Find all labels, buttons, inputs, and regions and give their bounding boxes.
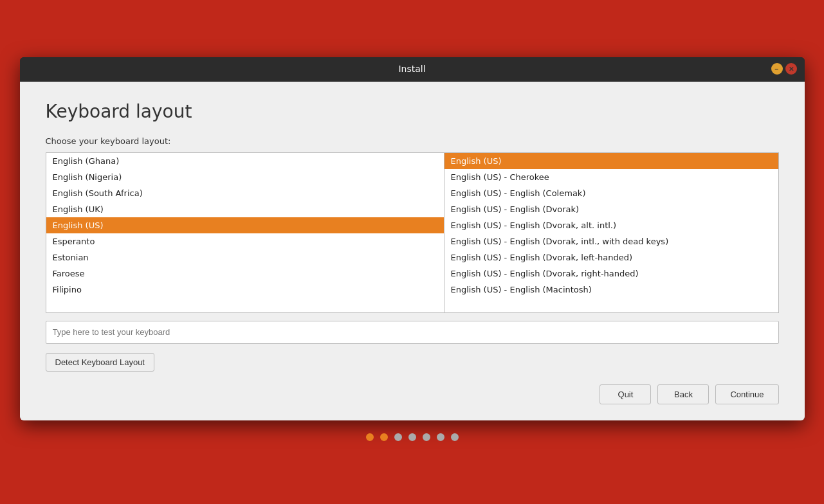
progress-dot-3 <box>408 433 416 441</box>
list-item[interactable]: English (South Africa) <box>46 185 444 201</box>
progress-dot-2 <box>394 433 402 441</box>
page-title: Keyboard layout <box>46 101 779 122</box>
install-window: Install − ✕ Keyboard layout Choose your … <box>20 57 805 420</box>
list-item[interactable]: Faroese <box>46 266 444 282</box>
progress-dot-4 <box>423 433 430 441</box>
list-item[interactable]: English (US) - English (Dvorak, right-ha… <box>444 266 778 282</box>
list-item[interactable]: English (US) - English (Macintosh) <box>444 282 778 298</box>
progress-dot-6 <box>451 433 459 441</box>
titlebar-buttons: − ✕ <box>771 63 797 75</box>
list-item[interactable]: English (US) - English (Dvorak, left-han… <box>444 249 778 266</box>
content-area: Keyboard layout Choose your keyboard lay… <box>20 82 805 420</box>
minimize-button[interactable]: − <box>771 63 783 75</box>
outer-wrapper: Install − ✕ Keyboard layout Choose your … <box>0 0 824 504</box>
list-item[interactable]: Estonian <box>46 249 444 266</box>
list-item[interactable]: Filipino <box>46 282 444 298</box>
variant-list[interactable]: English (US)English (US) - CherokeeEngli… <box>444 152 779 313</box>
progress-dot-1 <box>380 433 388 441</box>
test-input-row <box>46 321 779 344</box>
list-item[interactable]: Esperanto <box>46 233 444 249</box>
close-button[interactable]: ✕ <box>785 63 797 75</box>
list-item[interactable]: English (UK) <box>46 201 444 217</box>
list-item[interactable]: English (Ghana) <box>46 153 444 169</box>
list-item[interactable]: English (US) - English (Dvorak, alt. int… <box>444 217 778 233</box>
back-button[interactable]: Back <box>657 384 709 404</box>
window-title: Install <box>398 64 425 74</box>
list-item[interactable]: English (US) - Cherokee <box>444 169 778 185</box>
language-list[interactable]: English (Ghana)English (Nigeria)English … <box>46 152 444 313</box>
list-item[interactable]: English (US) - English (Dvorak, intl., w… <box>444 233 778 249</box>
list-item[interactable]: English (US) - English (Colemak) <box>444 185 778 201</box>
choose-label: Choose your keyboard layout: <box>46 136 779 146</box>
list-item[interactable]: English (US) <box>46 217 444 233</box>
lists-row: English (Ghana)English (Nigeria)English … <box>46 152 779 313</box>
detect-keyboard-button[interactable]: Detect Keyboard Layout <box>46 353 154 372</box>
keyboard-test-input[interactable] <box>46 321 779 344</box>
list-item[interactable]: English (US) <box>444 153 778 169</box>
progress-dot-0 <box>366 433 374 441</box>
list-item[interactable]: English (Nigeria) <box>46 169 444 185</box>
button-row: Quit Back Continue <box>46 384 779 404</box>
titlebar: Install − ✕ <box>20 57 805 82</box>
progress-dot-5 <box>437 433 444 441</box>
quit-button[interactable]: Quit <box>600 384 651 404</box>
continue-button[interactable]: Continue <box>715 384 778 404</box>
list-item[interactable]: English (US) - English (Dvorak) <box>444 201 778 217</box>
progress-dots <box>366 433 459 447</box>
